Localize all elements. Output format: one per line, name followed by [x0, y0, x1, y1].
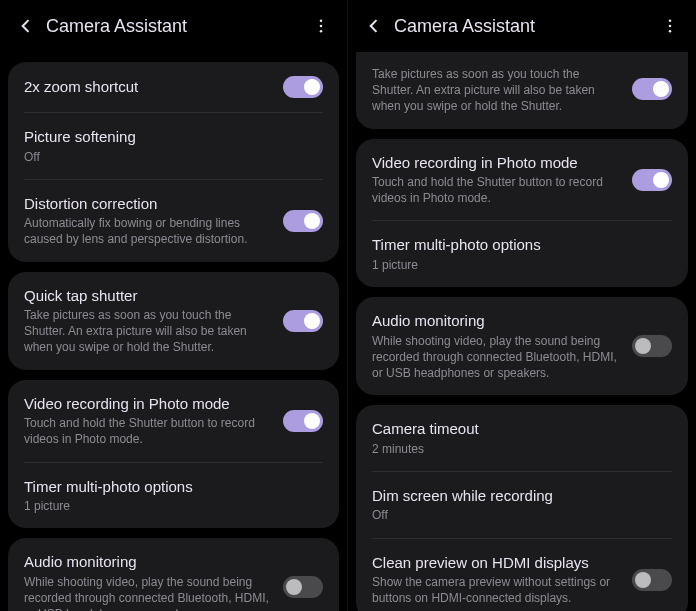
more-vert-icon — [661, 17, 679, 35]
phone-screen-right: Camera Assistant Take pictures as soon a… — [348, 0, 696, 611]
setting-title: Audio monitoring — [24, 552, 271, 572]
setting-subtitle: Off — [372, 507, 672, 523]
setting-quick-tap-shutter[interactable]: Quick tap shutter Take pictures as soon … — [8, 272, 339, 370]
settings-card: Audio monitoring While shooting video, p… — [8, 538, 339, 611]
setting-title: Video recording in Photo mode — [24, 394, 271, 414]
setting-audio-monitoring[interactable]: Audio monitoring While shooting video, p… — [8, 538, 339, 611]
toggle-video-photo[interactable] — [283, 410, 323, 432]
settings-card: Camera timeout 2 minutes Dim screen whil… — [356, 405, 688, 611]
setting-distortion-correction[interactable]: Distortion correction Automatically fix … — [8, 180, 339, 262]
svg-point-3 — [669, 19, 672, 22]
setting-video-in-photo-mode[interactable]: Video recording in Photo mode Touch and … — [356, 139, 688, 221]
more-button[interactable] — [307, 12, 335, 40]
toggle-video-photo[interactable] — [632, 169, 672, 191]
setting-title: Camera timeout — [372, 419, 672, 439]
toggle-quick-tap[interactable] — [283, 310, 323, 332]
page-title: Camera Assistant — [394, 16, 656, 37]
setting-subtitle: 1 picture — [24, 498, 323, 514]
setting-subtitle: While shooting video, play the sound bei… — [24, 574, 271, 611]
settings-card: Take pictures as soon as you touch the S… — [356, 52, 688, 129]
setting-quick-tap-shutter[interactable]: Take pictures as soon as you touch the S… — [356, 52, 688, 129]
setting-timer-multi-photo[interactable]: Timer multi-photo options 1 picture — [356, 221, 688, 287]
setting-title: Audio monitoring — [372, 311, 620, 331]
setting-camera-timeout[interactable]: Camera timeout 2 minutes — [356, 405, 688, 471]
setting-subtitle: 1 picture — [372, 257, 672, 273]
back-button[interactable] — [360, 12, 388, 40]
setting-audio-monitoring[interactable]: Audio monitoring While shooting video, p… — [356, 297, 688, 395]
setting-dim-screen[interactable]: Dim screen while recording Off — [356, 472, 688, 538]
setting-subtitle: Show the camera preview without settings… — [372, 574, 620, 606]
setting-title: Timer multi-photo options — [24, 477, 323, 497]
setting-subtitle: Take pictures as soon as you touch the S… — [372, 66, 620, 115]
chevron-left-icon — [16, 16, 36, 36]
setting-title: Quick tap shutter — [24, 286, 271, 306]
setting-zoom-shortcut[interactable]: 2x zoom shortcut — [8, 62, 339, 112]
svg-point-2 — [320, 30, 323, 33]
header: Camera Assistant — [8, 0, 339, 52]
setting-title: Video recording in Photo mode — [372, 153, 620, 173]
setting-subtitle: While shooting video, play the sound bei… — [372, 333, 620, 382]
svg-point-0 — [320, 19, 323, 22]
setting-title: Dim screen while recording — [372, 486, 672, 506]
chevron-left-icon — [364, 16, 384, 36]
setting-title: Timer multi-photo options — [372, 235, 672, 255]
toggle-quick-tap[interactable] — [632, 78, 672, 100]
svg-point-1 — [320, 25, 323, 28]
toggle-clean-preview[interactable] — [632, 569, 672, 591]
setting-title: Distortion correction — [24, 194, 271, 214]
settings-scroll[interactable]: 2x zoom shortcut Picture softening Off D… — [8, 52, 339, 611]
setting-title: Clean preview on HDMI displays — [372, 553, 620, 573]
svg-point-5 — [669, 30, 672, 33]
setting-subtitle: Off — [24, 149, 323, 165]
more-button[interactable] — [656, 12, 684, 40]
setting-clean-preview-hdmi[interactable]: Clean preview on HDMI displays Show the … — [356, 539, 688, 611]
toggle-audio-monitoring[interactable] — [283, 576, 323, 598]
setting-subtitle: Touch and hold the Shutter button to rec… — [372, 174, 620, 206]
back-button[interactable] — [12, 12, 40, 40]
toggle-audio-monitoring[interactable] — [632, 335, 672, 357]
setting-subtitle: Take pictures as soon as you touch the S… — [24, 307, 271, 356]
setting-subtitle: Touch and hold the Shutter button to rec… — [24, 415, 271, 447]
setting-title: 2x zoom shortcut — [24, 77, 271, 97]
setting-picture-softening[interactable]: Picture softening Off — [8, 113, 339, 179]
settings-card: Quick tap shutter Take pictures as soon … — [8, 272, 339, 370]
settings-scroll[interactable]: Take pictures as soon as you touch the S… — [356, 52, 688, 611]
setting-title: Picture softening — [24, 127, 323, 147]
more-vert-icon — [312, 17, 330, 35]
setting-subtitle: Automatically fix bowing or bending line… — [24, 215, 271, 247]
toggle-distortion[interactable] — [283, 210, 323, 232]
page-title: Camera Assistant — [46, 16, 307, 37]
setting-subtitle: 2 minutes — [372, 441, 672, 457]
settings-card: Audio monitoring While shooting video, p… — [356, 297, 688, 395]
settings-card: Video recording in Photo mode Touch and … — [8, 380, 339, 529]
settings-card: Video recording in Photo mode Touch and … — [356, 139, 688, 288]
phone-screen-left: Camera Assistant 2x zoom shortcut Pictur… — [0, 0, 348, 611]
setting-timer-multi-photo[interactable]: Timer multi-photo options 1 picture — [8, 463, 339, 529]
settings-card: 2x zoom shortcut Picture softening Off D… — [8, 62, 339, 262]
setting-video-in-photo-mode[interactable]: Video recording in Photo mode Touch and … — [8, 380, 339, 462]
toggle-zoom-shortcut[interactable] — [283, 76, 323, 98]
header: Camera Assistant — [356, 0, 688, 52]
svg-point-4 — [669, 25, 672, 28]
